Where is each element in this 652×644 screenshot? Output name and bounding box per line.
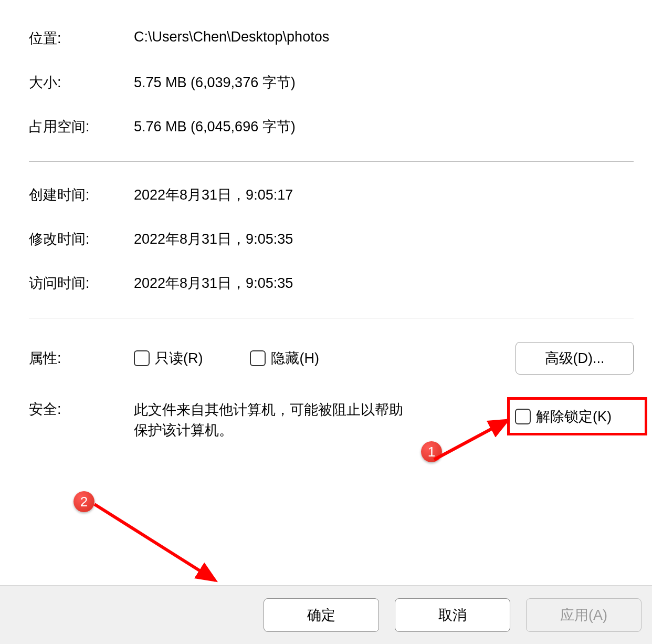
size-on-disk-value: 5.76 MB (6,045,696 字节): [134, 117, 634, 136]
hidden-text: 隐藏(H): [271, 349, 319, 368]
created-value: 2022年8月31日，9:05:17: [134, 185, 634, 204]
modified-label: 修改时间:: [29, 230, 134, 248]
attributes-label: 属性:: [29, 349, 134, 368]
unblock-checkbox[interactable]: 解除锁定(K): [507, 397, 647, 435]
svg-line-3: [94, 504, 215, 580]
unblock-text: 解除锁定(K): [536, 407, 612, 426]
checkbox-icon: [250, 350, 266, 366]
location-label: 位置:: [29, 29, 134, 48]
checkbox-icon: [515, 409, 531, 424]
size-on-disk-label: 占用空间:: [29, 117, 134, 136]
security-label: 安全:: [29, 400, 134, 419]
hidden-checkbox[interactable]: 隐藏(H): [250, 349, 319, 368]
apply-button[interactable]: 应用(A): [526, 598, 642, 632]
readonly-checkbox[interactable]: 只读(R): [134, 349, 203, 368]
security-text: 此文件来自其他计算机，可能被阻止以帮助保护该计算机。: [134, 400, 412, 441]
cancel-button[interactable]: 取消: [395, 598, 510, 632]
created-label: 创建时间:: [29, 185, 134, 204]
annotation-badge-2: 2: [73, 491, 94, 512]
size-label: 大小:: [29, 73, 134, 92]
divider: [29, 318, 634, 318]
divider: [29, 161, 634, 162]
accessed-value: 2022年8月31日，9:05:35: [134, 274, 634, 293]
ok-button[interactable]: 确定: [264, 598, 379, 632]
accessed-label: 访问时间:: [29, 274, 134, 293]
annotation-badge-1: 1: [421, 441, 442, 462]
size-value: 5.75 MB (6,039,376 字节): [134, 73, 634, 92]
button-bar: 确定 取消 应用(A): [0, 585, 652, 644]
arrow-icon: [92, 502, 228, 588]
checkbox-icon: [134, 350, 150, 366]
readonly-text: 只读(R): [155, 349, 203, 368]
modified-value: 2022年8月31日，9:05:35: [134, 230, 634, 248]
location-value: C:\Users\Chen\Desktop\photos: [134, 29, 634, 45]
advanced-button[interactable]: 高级(D)...: [516, 342, 634, 375]
